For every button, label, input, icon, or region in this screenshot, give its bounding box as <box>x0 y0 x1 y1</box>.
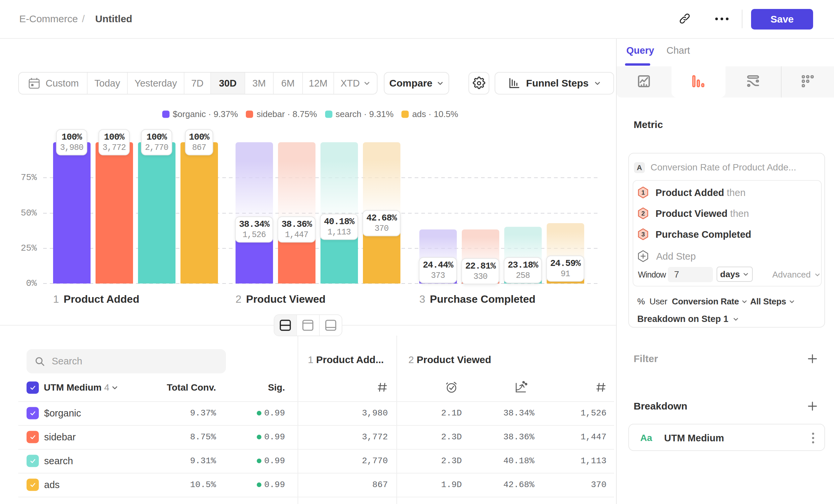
svg-text:1: 1 <box>641 189 645 196</box>
svg-text:2: 2 <box>641 210 645 217</box>
svg-text:3: 3 <box>641 231 645 238</box>
